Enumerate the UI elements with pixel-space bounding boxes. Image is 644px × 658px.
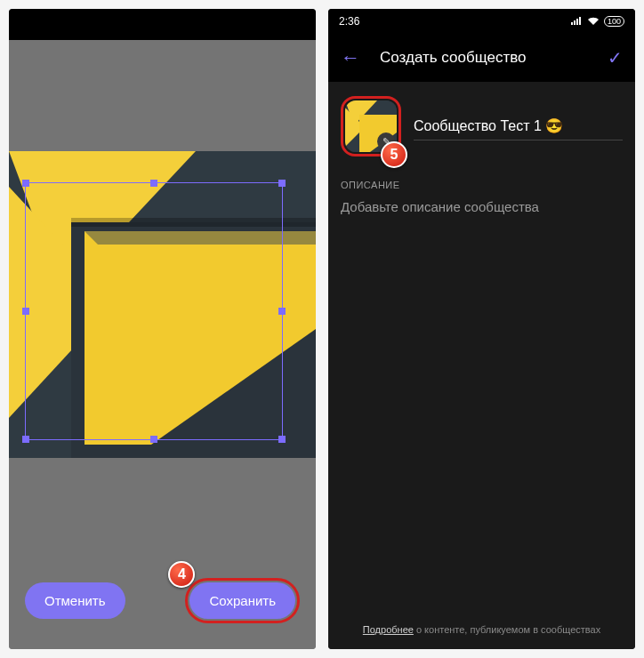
app-bar: ← Создать сообщество ✓ bbox=[328, 34, 635, 82]
avatar-highlight: ✎ 5 bbox=[341, 96, 401, 156]
status-time: 2:36 bbox=[339, 15, 359, 28]
wifi-icon bbox=[587, 17, 600, 26]
confirm-icon[interactable]: ✓ bbox=[608, 47, 623, 68]
page-title: Создать сообщество bbox=[380, 49, 588, 67]
crop-toolbar: Отменить 4 Сохранить bbox=[9, 569, 316, 649]
back-icon[interactable]: ← bbox=[341, 46, 360, 69]
community-name-input[interactable] bbox=[414, 113, 623, 140]
top-bar bbox=[9, 9, 316, 40]
save-highlight: 4 Сохранить bbox=[185, 578, 300, 623]
svg-marker-5 bbox=[85, 231, 316, 245]
crop-image[interactable] bbox=[9, 151, 316, 458]
step-badge-4: 4 bbox=[168, 561, 195, 588]
status-bar: 2:36 100 bbox=[328, 9, 635, 34]
signal-icon bbox=[570, 17, 583, 26]
step-badge-5: 5 bbox=[381, 141, 407, 168]
crop-area[interactable] bbox=[9, 40, 316, 569]
material-graphic bbox=[9, 151, 316, 458]
crop-screen: Отменить 4 Сохранить bbox=[9, 9, 316, 649]
create-community-screen: 2:36 100 ← Создать сообщество ✓ bbox=[328, 9, 635, 649]
description-label: ОПИСАНИЕ bbox=[341, 180, 623, 190]
save-button[interactable]: Сохранить bbox=[189, 582, 295, 619]
footer-link-bold[interactable]: Подробнее bbox=[363, 624, 414, 635]
footer-link-rest: о контенте, публикуемом в сообществах bbox=[414, 624, 600, 635]
svg-rect-6 bbox=[71, 218, 316, 227]
name-row: ✎ 5 bbox=[341, 96, 623, 156]
status-icons: 100 bbox=[570, 16, 624, 27]
form-body: ✎ 5 ОПИСАНИЕ Добавьте описание сообществ… bbox=[328, 82, 635, 649]
cancel-button[interactable]: Отменить bbox=[25, 582, 125, 619]
footer-link[interactable]: Подробнее о контенте, публикуемом в сооб… bbox=[328, 624, 635, 635]
description-field[interactable]: Добавьте описание сообщества bbox=[341, 199, 623, 214]
battery-icon: 100 bbox=[604, 16, 624, 27]
